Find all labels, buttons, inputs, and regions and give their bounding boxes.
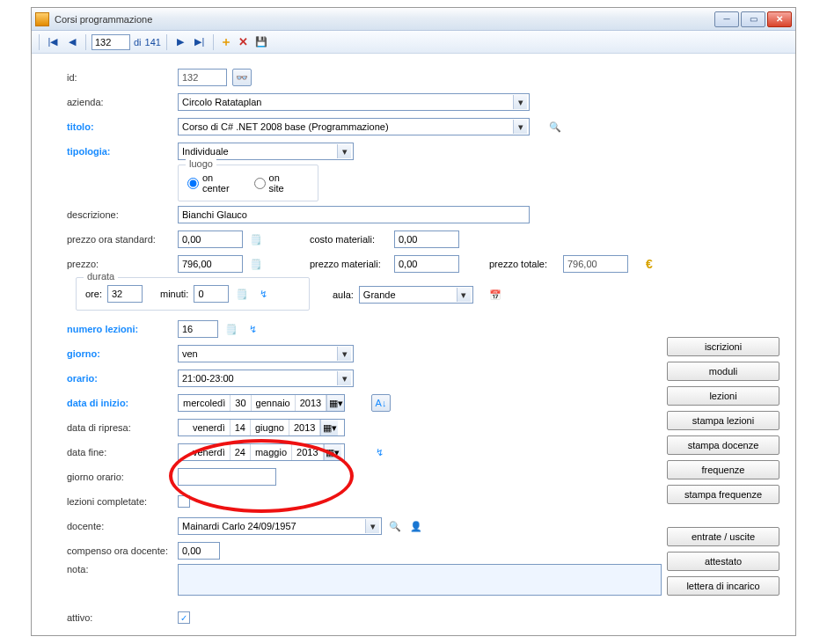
giorno-orario-field[interactable] [178,468,276,486]
lezioni-refresh-button[interactable]: ↯ [245,321,260,337]
last-record-button[interactable]: ▶| [192,34,208,50]
giorno-combo[interactable]: ven ▾ [178,345,354,362]
record-total: 141 [145,37,161,48]
minimize-button[interactable]: ─ [714,11,739,27]
lezioni-edit-button[interactable]: 🗒️ [223,321,239,337]
prezzo-ora-standard-field[interactable] [178,231,243,248]
chevron-down-icon: ▾ [337,371,351,385]
radio-on-center-input[interactable] [187,178,199,189]
calendar-dropdown-icon: ▦▾ [326,395,344,411]
record-position-input[interactable] [91,34,130,50]
magnifier-icon: 🔍 [389,521,401,532]
durata-edit-button[interactable]: 🗒️ [234,286,250,302]
tipologia-combo[interactable]: Individuale ▾ [178,143,354,160]
attestato-button[interactable]: attestato [667,552,779,571]
minuti-field[interactable] [194,285,229,303]
calc-icon-2[interactable]: 🗒️ [248,256,264,272]
euro-icon: € [646,257,653,271]
label-aula: aula: [333,289,354,300]
radio-on-site-input[interactable] [254,178,266,189]
radio-on-site[interactable]: on site [254,172,296,194]
numero-lezioni-field[interactable] [178,320,218,338]
lezioni-completate-checkbox[interactable] [178,495,190,508]
aula-calendar-button[interactable]: 📅 [487,287,503,303]
person-icon: 👤 [410,521,422,532]
costo-materiali-field[interactable] [394,231,459,248]
titolo-search-button[interactable]: 🔍 [547,119,563,135]
next-record-button[interactable]: ▶ [172,34,188,50]
attivo-checkbox[interactable]: ✓ [178,611,190,624]
entrate-uscite-button[interactable]: entrate / uscite [667,527,779,546]
magnifier-icon: 🔍 [549,121,561,133]
lezioni-button[interactable]: lezioni [667,386,779,406]
side-buttons: iscrizioni moduli lezioni stampa lezioni… [667,337,779,596]
sort-button[interactable]: A↓ [371,394,391,412]
docente-combo[interactable]: Mainardi Carlo 24/09/1957 ▾ [178,517,382,535]
nota-field[interactable] [178,564,662,596]
chevron-down-icon: ▾ [337,144,351,158]
first-record-button[interactable]: |◀ [45,34,61,50]
azienda-combo[interactable]: Circolo Ratataplan ▾ [178,93,530,111]
descrizione-field[interactable] [178,206,530,223]
iscrizioni-button[interactable]: iscrizioni [667,337,779,356]
label-costo-materiali: costo materiali: [310,234,389,245]
data-fine-picker[interactable]: venerdì 24 maggio 2013 ▦▾ [178,443,345,461]
maximize-button[interactable]: ▭ [741,11,765,27]
prezzo-totale-field [563,255,628,273]
label-luogo: luogo [186,158,216,169]
data-fine-refresh-button[interactable]: ↯ [371,444,387,460]
add-record-button[interactable]: ＋ [219,35,233,49]
durata-refresh-button[interactable]: ↯ [255,286,271,302]
record-total-prefix: di [134,37,142,48]
label-prezzo-ora-standard: prezzo ora standard: [67,234,178,245]
find-id-button[interactable]: 👓 [232,69,252,86]
moduli-button[interactable]: moduli [667,362,779,381]
docente-person-button[interactable]: 👤 [408,518,424,534]
label-giorno: giorno: [67,348,178,359]
chevron-down-icon: ▾ [513,95,527,109]
ore-field[interactable] [107,285,143,303]
stampa-docenze-button[interactable]: stampa docenze [667,435,779,455]
calculator-icon: 🗒️ [225,324,238,335]
compenso-field[interactable] [178,542,220,560]
stampa-frequenze-button[interactable]: stampa frequenze [667,485,779,504]
label-ore: ore: [85,289,102,299]
label-data-inizio: data di inizio: [67,398,178,408]
prezzo-field[interactable] [178,255,243,273]
delete-record-button[interactable]: ✕ [237,35,251,49]
label-numero-lezioni: numero lezioni: [67,324,178,334]
form-body: id: 👓 azienda: Circolo Ratataplan ▾ tito… [32,54,795,635]
calc-icon-1[interactable]: 🗒️ [248,231,264,247]
docente-search-button[interactable]: 🔍 [387,518,403,534]
titolo-combo[interactable]: Corso di C# .NET 2008 base (Programmazio… [178,118,530,135]
frequenze-button[interactable]: frequenze [667,460,779,479]
tipologia-value: Individuale [182,146,229,157]
close-button[interactable]: ✕ [767,11,792,27]
chevron-down-icon: ▾ [457,288,471,302]
label-azienda: azienda: [67,97,178,107]
lettera-incarico-button[interactable]: lettera di incarico [667,576,779,596]
azienda-value: Circolo Ratataplan [182,97,262,107]
label-lezioni-completate: lezioni completate: [67,496,178,507]
refresh-icon: ↯ [376,447,384,458]
orario-combo[interactable]: 21:00-23:00 ▾ [178,370,354,387]
stampa-lezioni-button[interactable]: stampa lezioni [667,411,779,430]
save-record-button[interactable]: 💾 [254,35,268,49]
radio-on-center[interactable]: on center [187,172,242,194]
chevron-down-icon: ▾ [365,519,379,533]
label-attivo: attivo: [67,612,178,623]
data-ripresa-picker[interactable]: venerdì 14 giugno 2013 ▦▾ [178,419,345,436]
aula-value: Grande [363,289,396,300]
data-inizio-picker[interactable]: mercoledì 30 gennaio 2013 ▦▾ [178,394,345,412]
aula-combo[interactable]: Grande ▾ [359,286,473,304]
calculator-icon: 🗒️ [250,234,262,245]
window-title: Corsi programmazione [55,14,714,25]
docente-value: Mainardi Carlo 24/09/1957 [182,521,296,531]
prezzo-materiali-field[interactable] [394,255,459,273]
binoculars-icon: 👓 [236,72,248,84]
record-navigator: |◀ ◀ di 141 ▶ ▶| ＋ ✕ 💾 [32,31,795,54]
label-prezzo: prezzo: [67,259,178,269]
prev-record-button[interactable]: ◀ [64,34,80,50]
chevron-down-icon: ▾ [337,347,351,361]
titolo-value: Corso di C# .NET 2008 base (Programmazio… [182,121,389,132]
